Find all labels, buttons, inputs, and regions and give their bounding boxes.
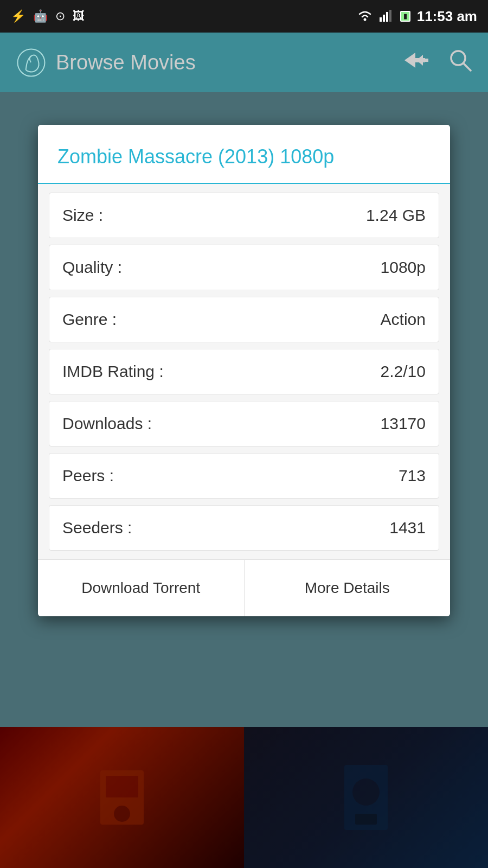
downloads-value: 13170 <box>381 414 426 433</box>
play-icon: ⊙ <box>55 9 65 23</box>
signal-icon <box>380 9 394 24</box>
wifi-icon <box>357 9 373 24</box>
imdb-rating-label: IMDB Rating : <box>62 362 164 381</box>
app-bar-left: Browse Movies <box>16 48 196 78</box>
search-icon[interactable] <box>449 49 472 76</box>
svg-rect-2 <box>383 15 385 22</box>
status-icons-right: ▮ 11:53 am <box>357 8 477 25</box>
battery-icon: ▮ <box>400 11 410 22</box>
download-torrent-button[interactable]: Download Torrent <box>38 560 245 616</box>
imdb-rating-value: 2.2/10 <box>381 362 426 381</box>
downloads-label: Downloads : <box>62 414 152 433</box>
app-title: Browse Movies <box>56 51 196 74</box>
usb-icon: ⚡ <box>11 9 25 23</box>
status-bar: ⚡ 🤖 ⊙ 🖼 ▮ 11:53 am <box>0 0 488 33</box>
quality-row: Quality : 1080p <box>49 245 439 290</box>
peers-row: Peers : 713 <box>49 453 439 499</box>
forward-icon[interactable] <box>403 50 429 75</box>
size-row: Size : 1.24 GB <box>49 193 439 238</box>
genre-value: Action <box>381 310 426 329</box>
peers-label: Peers : <box>62 467 114 485</box>
dialog-title-section: Zombie Massacre (2013) 1080p <box>38 125 450 183</box>
genre-label: Genre : <box>62 310 117 329</box>
peers-value: 713 <box>399 467 426 485</box>
dialog-buttons: Download Torrent More Details <box>38 559 450 616</box>
quality-value: 1080p <box>381 258 426 277</box>
app-bar: Browse Movies <box>0 33 488 92</box>
genre-row: Genre : Action <box>49 297 439 342</box>
svg-rect-4 <box>389 10 391 22</box>
size-value: 1.24 GB <box>366 206 426 225</box>
seeders-row: Seeders : 1431 <box>49 505 439 551</box>
more-details-button[interactable]: More Details <box>245 560 451 616</box>
quality-label: Quality : <box>62 258 122 277</box>
info-list: Size : 1.24 GB Quality : 1080p Genre : A… <box>38 184 450 559</box>
svg-point-0 <box>363 18 366 21</box>
svg-rect-1 <box>380 17 382 22</box>
size-label: Size : <box>62 206 103 225</box>
image-icon: 🖼 <box>73 9 85 23</box>
app-bar-right[interactable] <box>403 49 472 76</box>
dialog-title: Zombie Massacre (2013) 1080p <box>57 144 431 170</box>
imdb-rating-row: IMDB Rating : 2.2/10 <box>49 349 439 394</box>
background-content: Zombie Massacre (2013) 1080p Size : 1.24… <box>0 92 488 868</box>
svg-line-7 <box>464 63 471 71</box>
downloads-row: Downloads : 13170 <box>49 401 439 446</box>
seeders-label: Seeders : <box>62 519 132 537</box>
android-icon: 🤖 <box>33 9 48 23</box>
seeders-value: 1431 <box>389 519 426 537</box>
status-icons-left: ⚡ 🤖 ⊙ 🖼 <box>11 9 85 23</box>
status-time: 11:53 am <box>417 8 477 25</box>
svg-rect-3 <box>386 12 388 22</box>
app-logo-icon <box>16 48 46 78</box>
movie-detail-dialog: Zombie Massacre (2013) 1080p Size : 1.24… <box>38 125 450 616</box>
